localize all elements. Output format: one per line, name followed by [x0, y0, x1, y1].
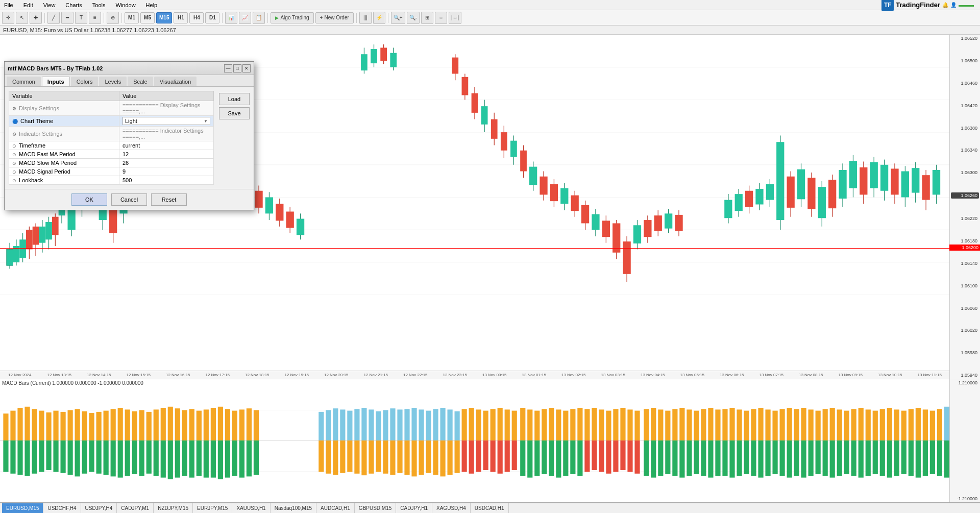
- new-order-btn[interactable]: + New Order: [315, 12, 354, 23]
- tf-m5[interactable]: M5: [140, 12, 155, 23]
- tab-cadjpy-h1[interactable]: CADJPY,H1: [396, 503, 432, 514]
- svg-rect-150: [839, 170, 846, 199]
- tb-period-sep[interactable]: |↔|: [449, 12, 461, 24]
- tab-usdcad-h1[interactable]: USDCAD,H1: [471, 503, 509, 514]
- menu-view[interactable]: View: [41, 2, 58, 8]
- svg-rect-230: [204, 441, 209, 478]
- tf-d1[interactable]: D1: [205, 12, 219, 23]
- tab-common[interactable]: Common: [7, 77, 41, 86]
- tab-visualization[interactable]: Visualization: [154, 77, 197, 86]
- tb-ohlc[interactable]: |||: [359, 12, 372, 24]
- tb-line[interactable]: ╱: [47, 12, 60, 24]
- menu-help[interactable]: Help: [144, 2, 160, 8]
- lookback-input[interactable]: [122, 177, 210, 183]
- menu-charts[interactable]: Charts: [63, 2, 84, 8]
- tb-indicators[interactable]: 📈: [239, 12, 251, 24]
- tab-eurjpy-m15[interactable]: EURJPY,M15: [193, 503, 232, 514]
- tb-crosshair[interactable]: ✚: [30, 12, 42, 24]
- tb-expert[interactable]: ⚡: [373, 12, 385, 24]
- row-timeframe: ⊙ Timeframe current: [9, 141, 214, 150]
- tab-audcad-h1[interactable]: AUDCAD,H1: [316, 503, 355, 514]
- svg-rect-195: [60, 441, 65, 473]
- menu-window[interactable]: Window: [113, 2, 137, 8]
- macd-signal-input[interactable]: [122, 168, 210, 175]
- tb-hline[interactable]: ━: [61, 12, 74, 24]
- tab-inputs[interactable]: Inputs: [42, 77, 70, 86]
- svg-rect-218: [175, 408, 180, 441]
- tab-eurusd-m15[interactable]: EURUSD,M15: [2, 503, 43, 514]
- tb-text[interactable]: T: [75, 12, 87, 24]
- tf-m1[interactable]: M1: [125, 12, 139, 23]
- svg-rect-399: [794, 441, 799, 476]
- circle-icon-4: ⊙: [12, 178, 16, 183]
- val-macd-signal[interactable]: [119, 167, 214, 176]
- tf-m15[interactable]: M15: [156, 12, 172, 23]
- menu-edit[interactable]: Edit: [21, 2, 35, 8]
- tab-xagusd-h4[interactable]: XAGUSD,H4: [432, 503, 471, 514]
- settings-icon-0: ⚙: [12, 106, 16, 111]
- tab-usdjpy-h4[interactable]: USDJPY,H4: [81, 503, 117, 514]
- algo-trading-btn[interactable]: ▶ Algo Trading: [271, 12, 313, 23]
- svg-rect-375: [779, 441, 785, 476]
- tb-arrow[interactable]: ↖: [16, 12, 28, 24]
- tab-levels[interactable]: Levels: [99, 77, 127, 86]
- tab-xauusd-h1[interactable]: XAUUSD,H1: [232, 503, 270, 514]
- dialog-minimize-btn[interactable]: —: [224, 64, 232, 72]
- tf-h1[interactable]: H1: [174, 12, 188, 23]
- dialog-title: mtf MACD Bars MT5 - By TFlab 1.02: [8, 65, 103, 71]
- load-button[interactable]: Load: [219, 93, 250, 105]
- tf-h4[interactable]: H4: [189, 12, 204, 23]
- time-0: 12 Nov 2024: [0, 373, 40, 377]
- tab-colors[interactable]: Colors: [71, 77, 99, 86]
- dialog-maximize-btn[interactable]: □: [233, 64, 241, 72]
- indicator-dialog[interactable]: mtf MACD Bars MT5 - By TFlab 1.02 — □ ✕ …: [4, 61, 254, 210]
- tab-usdchf-h4[interactable]: USDCHF,H4: [43, 503, 81, 514]
- price-level-3: 1.06420: [951, 103, 979, 108]
- cancel-button[interactable]: Cancel: [111, 193, 147, 206]
- svg-rect-142: [797, 169, 805, 200]
- ok-button[interactable]: OK: [71, 193, 107, 206]
- reset-button[interactable]: Reset: [151, 193, 187, 206]
- tab-gbpusd-m15[interactable]: GBPUSD,M15: [355, 503, 396, 514]
- svg-rect-238: [211, 441, 216, 478]
- dialog-close-btn[interactable]: ✕: [242, 64, 251, 72]
- svg-rect-246: [326, 410, 331, 441]
- svg-rect-295: [476, 441, 481, 472]
- svg-rect-112: [602, 221, 610, 237]
- svg-rect-96: [297, 219, 304, 235]
- tb-zoom-plus[interactable]: 🔍+: [391, 12, 405, 24]
- val-chart-theme[interactable]: Light ▼: [119, 116, 214, 127]
- val-macd-fast[interactable]: [119, 150, 214, 159]
- tb-zoom-minus[interactable]: 🔍-: [407, 12, 420, 24]
- val-macd-slow[interactable]: [119, 159, 214, 167]
- tab-scale[interactable]: Scale: [128, 77, 153, 86]
- svg-rect-185: [32, 441, 37, 474]
- svg-rect-160: [891, 168, 898, 194]
- save-button[interactable]: Save: [219, 107, 250, 119]
- svg-rect-325: [627, 410, 632, 441]
- tb-cursor[interactable]: ✛: [2, 12, 14, 24]
- svg-rect-312: [534, 441, 540, 476]
- svg-rect-363: [765, 410, 770, 441]
- menu-file[interactable]: File: [2, 2, 15, 8]
- theme-dropdown[interactable]: Light ▼: [122, 117, 210, 125]
- tab-nasdaq100-m15[interactable]: Nasdaq100,M15: [271, 503, 316, 514]
- menu-bar: File Edit View Charts Tools Window Help …: [0, 0, 980, 10]
- val-lookback[interactable]: [119, 176, 214, 185]
- tb-grid[interactable]: ⊞: [421, 12, 433, 24]
- tb-template[interactable]: 📋: [253, 12, 265, 24]
- tb-chart-type[interactable]: 📊: [225, 12, 237, 24]
- menu-tools[interactable]: Tools: [90, 2, 108, 8]
- svg-rect-259: [333, 441, 338, 475]
- svg-rect-405: [837, 441, 842, 476]
- svg-rect-48: [510, 141, 517, 157]
- tb-fib[interactable]: ≡: [89, 12, 101, 24]
- macd-fast-input[interactable]: [122, 151, 210, 157]
- time-17: 13 Nov 05:15: [673, 373, 713, 377]
- tab-cadjpy-m1[interactable]: CADJPY,M1: [117, 503, 154, 514]
- tb-zoom-in-icon[interactable]: ⊕: [107, 12, 119, 24]
- svg-rect-188: [53, 441, 58, 472]
- macd-slow-input[interactable]: [122, 160, 210, 166]
- tb-auto-scroll[interactable]: ↔: [435, 12, 447, 24]
- tab-nzdjpy-m15[interactable]: NZDJPY,M15: [154, 503, 193, 514]
